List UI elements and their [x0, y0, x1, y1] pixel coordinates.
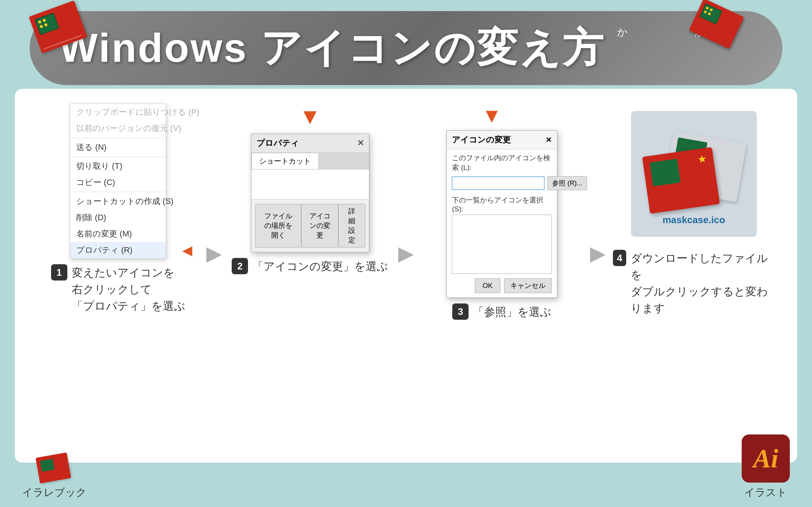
right-arrow-icon-3: ► — [585, 241, 611, 266]
right-arrow-icon-2: ► — [393, 241, 419, 266]
footer-right: Ai イラスト — [742, 434, 790, 500]
icon-dialog-titlebar: アイコンの変更 ✕ — [447, 131, 557, 150]
arrow-3: ► — [583, 241, 613, 311]
books-illustration: ★ maskcase.ico — [638, 122, 749, 226]
icon-dialog-title-text: アイコンの変更 — [452, 134, 511, 145]
footer-left-label: イラレブック — [22, 486, 87, 500]
step3-number: 3 — [452, 303, 469, 320]
icon-ok-btn[interactable]: OK — [475, 278, 500, 293]
file-label: maskcase.ico — [638, 214, 749, 226]
book-decoration-right — [694, 7, 753, 81]
arrow-2: ► — [391, 241, 421, 311]
menu-item-clipboard: クリップボードに貼りつける (P) — [70, 104, 166, 120]
menu-item-copy: コピー (C) — [70, 174, 166, 191]
step4-screenshot: ★ maskcase.ico — [631, 104, 757, 244]
dialog-title: プロパティ — [256, 138, 299, 149]
menu-item-delete: 削除 (D) — [70, 209, 166, 226]
dialog-footer: ファイルの場所を開く アイコンの変更 詳細設定 — [251, 199, 369, 252]
step2-number: 2 — [232, 258, 248, 274]
menu-divider-1 — [70, 138, 166, 138]
steps-container: クリップボードに貼りつける (P) 以前のバージョンの復元 (V) 送る (N)… — [37, 104, 775, 448]
icon-select-label: 下の一覧からアイコンを選択 (S): — [447, 194, 557, 215]
icon-search-row: 参照 (R)... — [447, 174, 557, 194]
step1-number: 1 — [51, 264, 67, 281]
menu-item-restore: 以前のバージョンの復元 (V) — [70, 120, 166, 137]
step-1: クリップボードに貼りつける (P) 以前のバージョンの復元 (V) 送る (N)… — [37, 104, 199, 448]
icon-dialog-close[interactable]: ✕ — [546, 135, 552, 144]
step1-screenshot: クリップボードに貼りつける (P) 以前のバージョンの復元 (V) 送る (N)… — [70, 104, 166, 259]
icon-change-dialog: アイコンの変更 ✕ このファイル内のアイコンを検索 (L): 参照 (R)...… — [446, 130, 557, 298]
dialog-tab-shortcut[interactable]: ショートカット — [251, 153, 319, 169]
step2-text: 「アイコンの変更」を選ぶ — [252, 258, 388, 275]
btn-advanced[interactable]: 詳細設定 — [338, 204, 365, 248]
icon-cancel-btn[interactable]: キャンセル — [504, 278, 552, 293]
header-banner: Windows アイコンの変え方 か かた — [30, 11, 782, 85]
properties-dialog: プロパティ ✕ ショートカット ファイルの場所を開く アイコンの変更 詳細設定 — [251, 134, 369, 252]
menu-divider-2 — [70, 157, 166, 157]
header-title: Windows アイコンの変え方 — [59, 21, 605, 76]
dialog-close-icon[interactable]: ✕ — [357, 138, 364, 148]
footer-right-label: イラスト — [744, 486, 787, 500]
final-image-area: ★ maskcase.ico — [631, 111, 757, 237]
ai-icon-box: Ai — [742, 434, 790, 483]
icon-browse-btn[interactable]: 参照 (R)... — [547, 176, 587, 190]
btn-change-icon[interactable]: アイコンの変更 — [301, 204, 338, 248]
step1-text: 変えたいアイコンを 右クリックして 「プロパティ」を選ぶ — [72, 264, 185, 314]
btn-open-location[interactable]: ファイルの場所を開く — [255, 204, 302, 248]
menu-item-shortcut: ショートカットの作成 (S) — [70, 193, 166, 209]
step3-screenshot: ▼ アイコンの変更 ✕ このファイル内のアイコンを検索 (L): 参照 (R).… — [446, 104, 557, 298]
step1-desc: 1 変えたいアイコンを 右クリックして 「プロパティ」を選ぶ — [51, 264, 185, 314]
right-arrow-icon-1: ► — [201, 241, 227, 266]
step-2: ▼ プロパティ ✕ ショートカット ファイルの場所を開く アイコンの変更 詳細設… — [229, 104, 392, 448]
down-arrow-step2: ▼ — [299, 104, 321, 129]
dialog-titlebar: プロパティ ✕ — [251, 134, 369, 153]
arrow-1: ► — [199, 241, 229, 311]
dialog-tabs: ショートカット — [251, 153, 369, 169]
step4-desc: 4 ダウンロードしたファイルを ダブルクリックすると変わります — [613, 250, 775, 316]
step-3: ▼ アイコンの変更 ✕ このファイル内のアイコンを検索 (L): 参照 (R).… — [421, 104, 583, 448]
book-decoration-header — [30, 0, 104, 89]
step3-desc: 3 「参照」を選ぶ — [452, 303, 551, 323]
step2-desc: 2 「アイコンの変更」を選ぶ — [232, 258, 388, 278]
main-content: クリップボードに貼りつける (P) 以前のバージョンの復元 (V) 送る (N)… — [15, 89, 797, 463]
menu-item-cut: 切り取り (T) — [70, 158, 166, 174]
footer-left: イラレブック — [22, 455, 87, 500]
footer-book-icon — [36, 452, 73, 485]
step2-screenshot: ▼ プロパティ ✕ ショートカット ファイルの場所を開く アイコンの変更 詳細設… — [251, 104, 369, 252]
icon-dialog-footer: OK キャンセル — [447, 274, 557, 298]
down-arrow-step3: ▼ — [482, 104, 502, 127]
context-menu: クリップボードに貼りつける (P) 以前のバージョンの復元 (V) 送る (N)… — [70, 104, 166, 259]
context-menu-wrapper: クリップボードに貼りつける (P) 以前のバージョンの復元 (V) 送る (N)… — [70, 104, 166, 259]
icon-search-label: このファイル内のアイコンを検索 (L): — [447, 150, 557, 174]
step3-text: 「参照」を選ぶ — [473, 303, 551, 320]
menu-item-properties[interactable]: プロパティ (R) ◄ — [70, 242, 166, 258]
step-4: ★ maskcase.ico 4 ダウンロードしたファイルを ダブルクリックする… — [613, 104, 775, 448]
menu-divider-3 — [70, 192, 166, 192]
icon-list-area — [452, 215, 552, 274]
icon-search-input[interactable] — [452, 177, 544, 190]
menu-item-rename: 名前の変更 (M) — [70, 226, 166, 242]
step4-text: ダウンロードしたファイルを ダブルクリックすると変わります — [631, 250, 775, 316]
dialog-body — [251, 169, 369, 199]
ai-icon-text: Ai — [753, 443, 778, 474]
step4-number: 4 — [613, 250, 627, 266]
furigana-ka: か — [617, 25, 628, 39]
menu-item-send: 送る (N) — [70, 139, 166, 155]
